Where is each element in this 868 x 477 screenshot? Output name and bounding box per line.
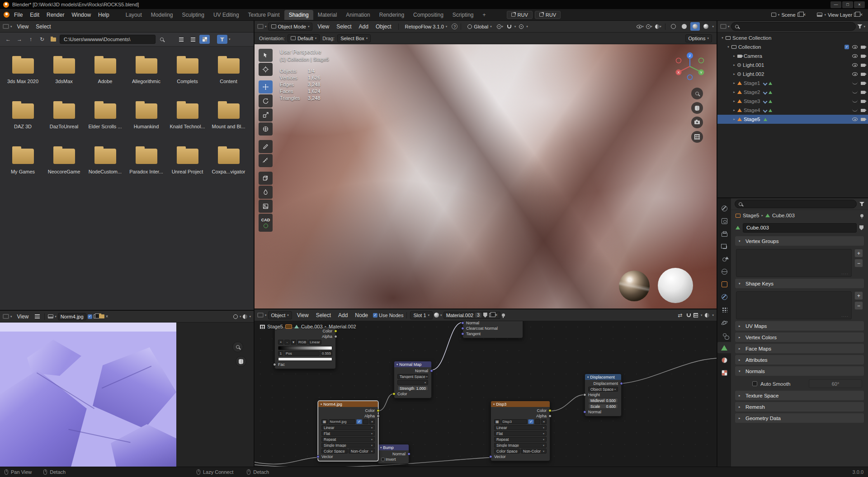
ramp-control-button[interactable]: RGB <box>297 340 307 345</box>
meshdata-icon[interactable] <box>764 118 767 121</box>
new-image-button[interactable] <box>94 314 98 318</box>
node-header[interactable]: ▾Norm4.jpg <box>318 401 378 407</box>
data-name-field[interactable]: Cube.003 <box>743 223 857 233</box>
eyeclosed-icon[interactable] <box>852 109 858 112</box>
folder-grid[interactable]: 3ds Max 2020 3dsMax Adobe Allegorithmic … <box>0 47 254 310</box>
shading-wireframe-button[interactable] <box>669 22 678 31</box>
menu-item[interactable]: Render <box>43 10 68 19</box>
meshdata-icon[interactable] <box>769 100 772 103</box>
snap-magnet-icon[interactable] <box>687 313 691 317</box>
properties-tab-scene[interactable] <box>717 253 731 265</box>
node-header[interactable]: ▾Displacement <box>585 374 621 380</box>
node-row-in[interactable]: Vector <box>491 454 550 459</box>
color-swatch[interactable] <box>278 357 332 361</box>
workspace-tab[interactable]: + <box>478 10 491 20</box>
menu-item[interactable]: View <box>14 312 33 321</box>
node-row-out[interactable]: Alpha <box>491 413 550 419</box>
node-row-split[interactable]: Color SpaceNon-Color▾ <box>491 448 550 454</box>
node-row-split[interactable]: Color SpaceNon-Color▾ <box>318 448 378 454</box>
folder-item[interactable]: Elder Scrolls ... <box>85 98 126 143</box>
section-face-maps[interactable]: ▸Face Maps <box>735 344 864 353</box>
properties-tab-render[interactable] <box>717 215 731 227</box>
slot-dropdown[interactable]: Slot 1▾ <box>410 311 433 319</box>
node-row-image[interactable]: ▦Disp3✓× <box>491 419 550 425</box>
node-row-out[interactable]: Color <box>491 408 550 413</box>
camera-view-button[interactable] <box>691 117 703 128</box>
properties-tab-modifiers[interactable] <box>717 291 731 303</box>
node-dropdown[interactable]: Non-Color▾ <box>349 449 375 454</box>
menu-item[interactable]: Node <box>351 311 372 320</box>
tool-cursor[interactable] <box>259 63 273 76</box>
normal-output-socket[interactable] <box>430 369 433 373</box>
image-canvas[interactable] <box>0 323 254 467</box>
ramp-control-button[interactable]: - <box>284 340 290 345</box>
image-icon[interactable]: ▦ <box>494 419 500 424</box>
workspace-tab[interactable]: Animation <box>341 10 374 20</box>
fake-user-toggle[interactable]: ✓ <box>356 419 362 424</box>
stop-index-field[interactable]: 1 <box>278 351 283 356</box>
show-overlays-toggle[interactable]: ▾ <box>654 23 662 31</box>
breadcrumb-data[interactable]: Cube.003 <box>772 213 795 218</box>
tool-scale[interactable] <box>259 108 273 122</box>
camera-icon[interactable] <box>861 55 865 58</box>
collapse-icon[interactable]: ▾ <box>396 363 398 366</box>
folder-item[interactable]: Unreal Project <box>167 143 208 188</box>
folder-item[interactable]: DAZ 3D <box>2 98 43 143</box>
shield-icon[interactable] <box>363 419 368 424</box>
new-scene-button[interactable] <box>797 13 802 17</box>
ramp-control-button[interactable]: + <box>278 340 283 345</box>
section-shape-keys[interactable]: ▾Shape Keys <box>735 279 864 288</box>
remove-item-button[interactable]: − <box>854 301 863 310</box>
node-color-ramp[interactable]: ColorAlpha+-▾RGBLinear1Pos0.555Fac <box>274 327 336 369</box>
options-dropdown[interactable]: Options▾ <box>685 34 712 42</box>
filter-toggle[interactable] <box>217 35 227 44</box>
meshdata-icon[interactable] <box>769 109 772 112</box>
breadcrumb-material[interactable]: Material.002 <box>329 324 356 329</box>
auto-smooth-checkbox[interactable] <box>752 381 757 386</box>
image-name[interactable]: Norm4.jpg <box>329 419 356 424</box>
workspace-tab[interactable]: Material <box>313 10 342 20</box>
displacement-output-socket[interactable] <box>620 382 623 385</box>
section-texture-space[interactable]: ▸Texture Space <box>735 391 864 400</box>
outliner-row[interactable]: ▸Stage5 <box>717 115 868 124</box>
workspace-tab[interactable]: Shading <box>284 10 313 20</box>
folder-item[interactable]: Adobe <box>85 53 126 98</box>
menu-item[interactable]: Select <box>32 22 54 31</box>
light-icon[interactable] <box>737 63 741 67</box>
invert-checkbox[interactable] <box>381 458 385 461</box>
pan-tool-button[interactable] <box>236 356 246 367</box>
normal-input-socket[interactable] <box>461 322 464 325</box>
workspace-tab[interactable]: Modeling <box>146 10 178 20</box>
node-dropdown[interactable]: Object Space▾ <box>588 387 618 392</box>
path-input[interactable] <box>60 35 156 44</box>
outliner-search-input[interactable] <box>741 24 852 29</box>
refresh-button[interactable]: ↻ <box>37 35 47 44</box>
unlink-image-button[interactable]: × <box>369 419 375 424</box>
tool-annotate[interactable] <box>259 140 273 153</box>
workspace-tab[interactable]: Rendering <box>375 10 409 20</box>
tangent-input-socket[interactable] <box>461 332 464 336</box>
pan-button[interactable] <box>691 102 703 114</box>
retopoflow-menu[interactable]: RetopoFlow 3.1.0▾ <box>402 23 451 31</box>
maximize-button[interactable]: □ <box>842 1 853 8</box>
collapse-icon[interactable]: ▾ <box>321 402 322 406</box>
node-image-texture-disp3[interactable]: ▾Disp3ColorAlpha▦Disp3✓×Linear▾Flat▾Repe… <box>491 401 550 461</box>
wrench-icon[interactable] <box>763 90 768 94</box>
node-row-in[interactable]: Clearcoat Normal <box>463 326 523 331</box>
node-dropdown[interactable]: Flat▾ <box>321 431 375 436</box>
transform-orientation-dropdown[interactable]: Global▾ <box>464 23 495 31</box>
properties-tab-object-data[interactable] <box>717 342 731 353</box>
pin-icon[interactable] <box>502 313 505 317</box>
breadcrumb-object[interactable]: Stage5 <box>267 324 283 329</box>
snap-grid-icon[interactable] <box>693 313 698 318</box>
node-row-in[interactable]: Normal <box>585 409 621 415</box>
workspace-tab[interactable]: Texture Paint <box>244 10 284 20</box>
shader-type-dropdown[interactable]: Object▾ <box>268 311 292 319</box>
workspace-tab[interactable]: Scripting <box>448 10 478 20</box>
disclosure-icon[interactable]: ▸ <box>731 81 737 85</box>
camera-icon[interactable] <box>861 109 865 112</box>
color-channel-icon[interactable] <box>243 314 247 319</box>
properties-tab-output[interactable] <box>717 228 731 239</box>
eye-icon[interactable] <box>852 117 858 121</box>
eyeclosed-icon[interactable] <box>852 91 858 94</box>
